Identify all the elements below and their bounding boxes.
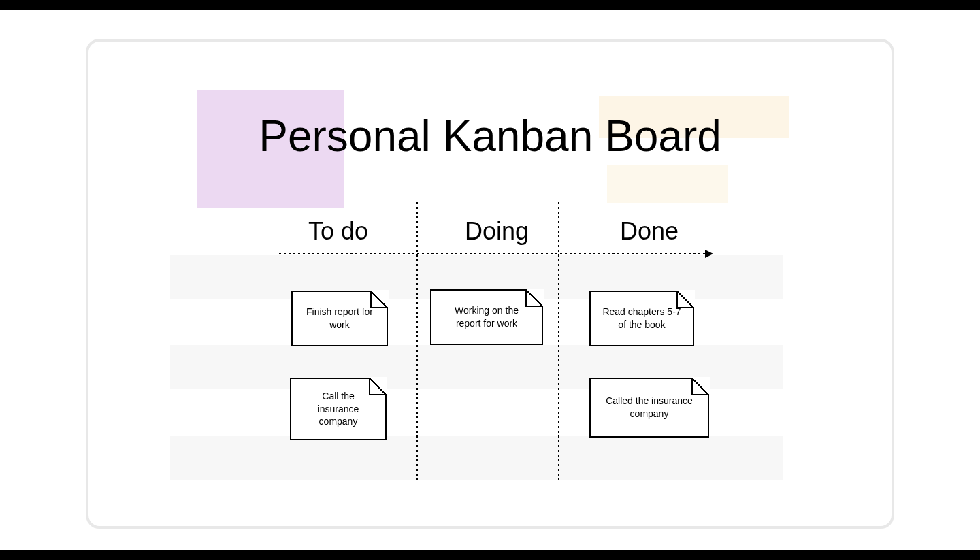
- page-fold-icon: [525, 289, 543, 307]
- card-done[interactable]: Read chapters 5-7 of the book: [589, 291, 694, 346]
- card-done[interactable]: Called the insurance company: [589, 378, 709, 438]
- decorative-block-cream-2: [607, 165, 728, 203]
- card-todo[interactable]: Call the insurance company: [290, 378, 387, 440]
- column-label-done: Done: [595, 217, 704, 246]
- page-fold-icon: [691, 378, 709, 395]
- card-text: Read chapters 5-7 of the book: [600, 306, 683, 331]
- page: Personal Kanban Board To do Doing Done F…: [0, 10, 980, 550]
- page-fold-icon: [369, 378, 387, 395]
- row-stripe: [170, 436, 783, 480]
- card-doing[interactable]: Working on the report for work: [430, 289, 543, 345]
- card-text: Working on the report for work: [441, 304, 532, 330]
- page-fold-icon: [676, 291, 694, 308]
- card-text: Call the insurance company: [301, 390, 376, 429]
- board-title: Personal Kanban Board: [0, 111, 980, 161]
- column-label-todo: To do: [280, 217, 396, 246]
- card-text: Finish report for work: [302, 306, 377, 331]
- page-fold-icon: [370, 291, 388, 308]
- card-todo[interactable]: Finish report for work: [291, 291, 388, 346]
- card-text: Called the insurance company: [600, 395, 698, 421]
- column-label-doing: Doing: [436, 217, 558, 246]
